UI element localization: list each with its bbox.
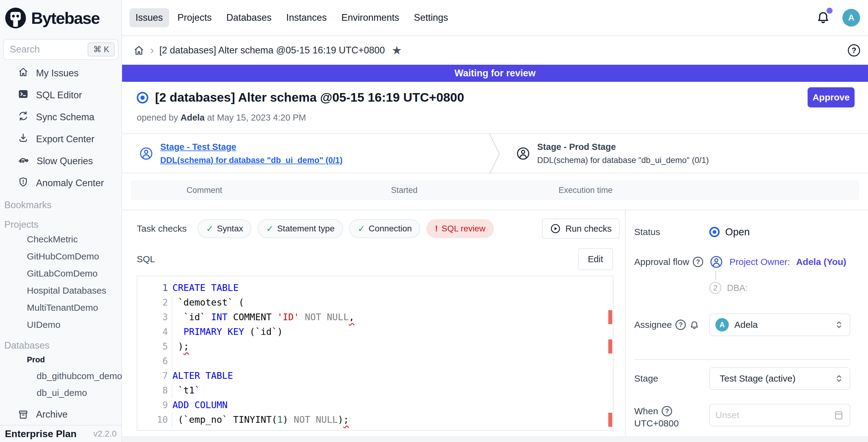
top-navigation-bar: IssuesProjectsDatabasesInstancesEnvironm… [122,0,868,36]
code-line: 5 ); [137,339,613,354]
code-token: ) [173,341,183,352]
check-pill-label: Syntax [217,224,243,233]
search-input[interactable]: Search ⌘ K [3,39,118,60]
check-pill-statement-type[interactable]: ✓Statement type [257,219,343,238]
stage-select[interactable]: Test Stage (active) [709,367,850,390]
lint-error-marker [608,413,612,427]
main-area: IssuesProjectsDatabasesInstancesEnvironm… [122,0,868,442]
tab-instances[interactable]: Instances [280,8,333,27]
code-line: 1CREATE TABLE [137,281,613,295]
sidebar-item-label: Sync Schema [36,112,94,123]
home-icon[interactable] [133,44,145,56]
app: Bytebase Search ⌘ K My IssuesSQL EditorS… [0,0,868,442]
breadcrumb-chevron-icon: › [150,44,154,57]
plan-footer: Enterprise Plan v2.2.0 [0,425,121,442]
sidebar-project-checkmetric[interactable]: CheckMetric [0,231,121,248]
sidebar-database-db_githubcom_demo[interactable]: db_githubcom_demo [0,368,121,384]
sidebar-item-archive[interactable]: Archive [0,405,121,424]
panel-divider [634,359,850,360]
status-label: Status [634,227,709,237]
line-number: 8 [137,383,168,398]
stage-name[interactable]: Stage - Test Stage [160,142,342,152]
sidebar-item-anomaly-center[interactable]: Anomaly Center [0,172,121,194]
turtle-icon [18,154,29,168]
brand-logo[interactable]: Bytebase [0,0,121,36]
check-fail-icon: ! [435,224,438,233]
sync-icon [18,110,29,124]
terminal-icon [18,89,29,102]
assignee-avatar: A [715,318,729,332]
bookmark-star-icon[interactable]: ★ [392,44,402,57]
help-icon[interactable]: ? [848,44,860,57]
check-pill-syntax[interactable]: ✓Syntax [197,219,251,238]
sidebar-project-hospital-databases[interactable]: Hospital Databases [0,282,121,299]
approve-button[interactable]: Approve [808,87,855,107]
issue-open-status-icon [137,92,148,103]
check-pill-label: SQL review [442,224,486,233]
sidebar-database-db_ui_demo[interactable]: db_ui_demo [0,384,121,401]
when-date-input[interactable]: Unset [709,404,850,427]
tab-issues[interactable]: Issues [129,8,169,27]
when-help-icon[interactable]: ? [662,406,672,416]
sidebar-project-githubcomdemo[interactable]: GitHubComDemo [0,248,121,265]
sidebar-item-sql-editor[interactable]: SQL Editor [0,84,121,106]
sql-label: SQL [137,254,155,264]
sidebar: Bytebase Search ⌘ K My IssuesSQL EditorS… [0,0,122,442]
code-text: `t1` [173,383,200,398]
issue-author[interactable]: Adela [181,113,205,122]
code-text: ALTER TABLE [173,369,233,383]
tab-databases[interactable]: Databases [220,8,278,27]
code-token: PRIMARY KEY [183,326,244,337]
run-checks-button[interactable]: Run checks [542,219,620,239]
user-avatar[interactable]: A [842,9,860,27]
approval-help-icon[interactable]: ? [693,257,703,267]
code-token: COMMENT [228,312,277,322]
breadcrumb-title: [2 databases] Alter schema @05-15 16:19 … [159,45,385,56]
check-pill-sql-review[interactable]: !SQL review [426,219,494,238]
check-pill-connection[interactable]: ✓Connection [349,219,420,238]
subscribe-bell-icon[interactable] [689,320,699,330]
sidebar-project-gitlabcomdemo[interactable]: GitLabComDemo [0,265,121,282]
sidebar-item-label: Slow Queries [37,156,93,167]
approval-step-1[interactable]: Project Owner: Adela (You) [709,255,846,269]
approval-flow-row: Approval flow ? Project Owner: Adela (Yo… [634,255,868,269]
notifications-button[interactable] [816,10,830,25]
sidebar-item-slow-queries[interactable]: Slow Queries [0,150,121,172]
code-token [299,312,305,322]
sidebar-item-my-issues[interactable]: My Issues [0,62,121,84]
sidebar-item-sync-schema[interactable]: Sync Schema [0,106,121,128]
issue-header: [2 databases] Alter schema @05-15 16:19 … [122,82,868,133]
code-token: ADD COLUMN [173,400,228,410]
stage-task-link[interactable]: DDL(schema) for database "db_ui_demo" (0… [160,156,342,165]
archive-box-icon [18,409,29,420]
tab-environments[interactable]: Environments [335,8,406,27]
status-row: Status Open [634,226,868,238]
select-chevrons-icon [834,373,844,384]
person-circle-icon [139,146,154,161]
code-token: CREATE TABLE [173,282,239,293]
sidebar-project-uidemo[interactable]: UIDemo [0,316,121,333]
code-text: `id` INT COMMENT 'ID' NOT NULL, [173,310,354,324]
code-token: NOT NULL [293,414,338,425]
tab-projects[interactable]: Projects [172,8,218,27]
code-token: `id` [173,312,211,322]
stage-card-test[interactable]: Stage - Test Stage DDL(schema) for datab… [122,134,488,173]
top-actions: A [816,9,868,27]
code-token: `demotest` ( [173,297,244,308]
tab-settings[interactable]: Settings [408,8,454,27]
sidebar-item-export-center[interactable]: Export Center [0,128,121,150]
when-timezone: UTC+0800 [634,418,679,428]
lint-error-marker [608,310,612,324]
assignee-select[interactable]: A Adela [709,314,850,336]
check-pass-icon: ✓ [266,224,273,234]
sql-code-editor[interactable]: 1CREATE TABLE2 `demotest` (3 `id` INT CO… [137,276,614,431]
assignee-help-icon[interactable]: ? [675,320,686,330]
content-columns: Task checks ✓Syntax✓Statement type✓Conne… [122,210,868,442]
code-token: ; [343,414,349,425]
code-line: 4 PRIMARY KEY (`id`) [137,324,613,339]
select-chevrons-icon [834,320,844,330]
sidebar-project-multitenantdemo[interactable]: MultiTenantDemo [0,299,121,316]
edit-sql-button[interactable]: Edit [578,248,613,270]
code-text: PRIMARY KEY (`id`) [173,324,283,339]
stage-card-prod[interactable]: Stage - Prod Stage DDL(schema) for datab… [501,134,709,173]
